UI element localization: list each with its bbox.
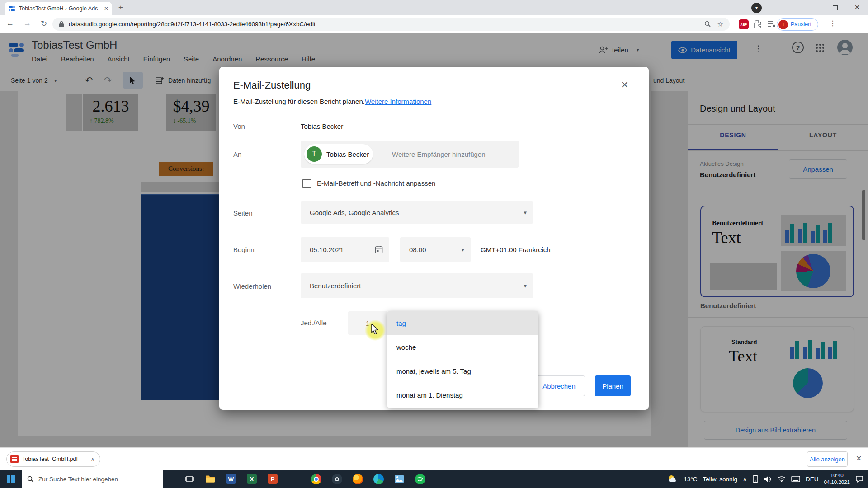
window-restore-button[interactable]: [833, 5, 838, 10]
profile-paused-chip[interactable]: T Pausiert: [777, 18, 818, 31]
tray-chevron-up-icon[interactable]: ∧: [743, 476, 747, 482]
forward-icon[interactable]: →: [24, 19, 31, 28]
start-button[interactable]: [0, 470, 22, 488]
chevron-down-icon: ▾: [524, 209, 527, 216]
file-explorer-icon[interactable]: [200, 470, 221, 488]
photos-icon[interactable]: [389, 470, 410, 488]
search-icon: [27, 476, 34, 483]
url-text: datastudio.google.com/reporting/28cc9d2f…: [69, 21, 698, 28]
timezone-text: GMT+01:00 Frankreich: [481, 246, 551, 253]
new-tab-button[interactable]: +: [118, 3, 123, 12]
wifi-icon[interactable]: [778, 476, 786, 482]
browser-tab-bar: TobiasTest GmbH › Google Ads ✕ + ▾ – ✕: [0, 0, 868, 15]
repeat-label: Wiederholen: [233, 282, 271, 290]
browser-tab[interactable]: TobiasTest GmbH › Google Ads ✕: [5, 2, 112, 15]
cancel-button[interactable]: Abbrechen: [533, 375, 585, 396]
recipients-placeholder: Weitere Empfänger hinzufügen: [392, 150, 486, 158]
weather-temp[interactable]: 13°C: [684, 476, 697, 483]
option-tag[interactable]: tag: [387, 311, 538, 335]
lock-icon: [59, 21, 64, 28]
start-date-field[interactable]: 05.10.2021: [301, 237, 389, 262]
show-all-downloads-button[interactable]: Alle anzeigen: [807, 451, 848, 467]
device-tray-icon[interactable]: [752, 475, 759, 483]
chrome-icon[interactable]: [306, 470, 326, 488]
profile-avatar: T: [778, 20, 788, 29]
repeat-select[interactable]: Benutzerdefiniert ▾: [301, 273, 533, 298]
adblock-extension-icon[interactable]: ABP: [739, 19, 749, 29]
search-placeholder: Zur Suche Text hier eingeben: [38, 476, 118, 483]
from-value: Tobias Becker: [301, 122, 343, 130]
language-indicator[interactable]: DEU: [806, 476, 819, 483]
customize-email-label: E-Mail-Betreff und -Nachricht anpassen: [317, 179, 435, 187]
web-page: TobiasTest GmbH Datei Bearbeiten Ansicht…: [0, 33, 868, 447]
pages-label: Seiten: [233, 209, 253, 217]
windows-taskbar: Zur Suche Text hier eingeben W X P: [0, 470, 868, 488]
tab-close-icon[interactable]: ✕: [104, 5, 108, 12]
dialog-close-icon[interactable]: ✕: [621, 80, 629, 90]
option-monat-tag[interactable]: monat, jeweils am 5. Tag: [387, 359, 538, 383]
to-label: An: [233, 150, 241, 158]
chevron-down-icon: ▾: [524, 282, 527, 289]
task-view-icon[interactable]: [179, 470, 200, 488]
window-minimize-button[interactable]: –: [812, 4, 816, 11]
notification-center-icon[interactable]: [855, 475, 863, 483]
schedule-button[interactable]: Planen: [595, 375, 631, 396]
taskbar-clock[interactable]: 10:40 04.10.2021: [824, 472, 850, 486]
pages-select[interactable]: Google Ads, Google Analytics ▾: [301, 201, 533, 224]
start-time-select[interactable]: 08:00 ▾: [400, 237, 471, 262]
datastudio-favicon: [8, 5, 15, 12]
firefox-icon[interactable]: [347, 470, 368, 488]
interval-unit-dropdown: tag woche monat, jeweils am 5. Tag monat…: [387, 311, 538, 408]
powerpoint-icon[interactable]: P: [262, 470, 283, 488]
mouse-cursor-icon: [370, 324, 380, 334]
option-monat-dienstag[interactable]: monat am 1. Dienstag: [387, 383, 538, 407]
download-item[interactable]: TobiasTest_GmbH.pdf ∧: [6, 451, 100, 467]
learn-more-link[interactable]: Weitere Informationen: [365, 98, 431, 105]
weather-icon[interactable]: [667, 474, 678, 483]
back-icon[interactable]: ←: [6, 19, 14, 28]
downloads-bar: TobiasTest_GmbH.pdf ∧ Alle anzeigen ✕: [0, 447, 868, 470]
recipients-field[interactable]: T Tobias Becker Weitere Empfänger hinzuf…: [301, 141, 519, 168]
window-close-button[interactable]: ✕: [854, 4, 860, 11]
download-caret-icon[interactable]: ∧: [91, 456, 94, 462]
interval-label: Jed./Alle: [301, 319, 327, 327]
dialog-subtitle: E-Mail-Zustellung für diesen Bericht pla…: [233, 98, 431, 105]
spotify-icon[interactable]: [410, 470, 430, 488]
recipient-avatar: T: [307, 146, 322, 162]
recipient-chip[interactable]: T Tobias Becker: [304, 144, 373, 164]
calendar-icon: [375, 245, 383, 254]
edge-icon[interactable]: [368, 470, 389, 488]
pdf-file-icon: [10, 455, 19, 463]
recipient-name: Tobias Becker: [326, 150, 369, 158]
browser-menu-icon[interactable]: ⋮: [829, 19, 836, 28]
taskbar-search[interactable]: Zur Suche Text hier eingeben: [22, 470, 163, 488]
downloads-close-icon[interactable]: ✕: [856, 454, 862, 463]
email-delivery-dialog: E-Mail-Zustellung E-Mail-Zustellung für …: [219, 67, 649, 410]
dialog-title: E-Mail-Zustellung: [233, 80, 311, 91]
clock-date: 04.10.2021: [824, 479, 850, 486]
weather-condition[interactable]: Teilw. sonnig: [703, 476, 738, 483]
address-bar[interactable]: datastudio.google.com/reporting/28cc9d2f…: [52, 18, 730, 31]
customize-email-checkbox[interactable]: [302, 179, 311, 188]
taskbar-tray: 13°C Teilw. sonnig ∧ DEU 10:40 04.10.202…: [667, 472, 868, 486]
windows-logo-icon: [7, 475, 15, 483]
screen: TobiasTest GmbH › Google Ads ✕ + ▾ – ✕ ←…: [0, 0, 868, 488]
option-woche[interactable]: woche: [387, 335, 538, 359]
browser-url-bar: ← → ↻ datastudio.google.com/reporting/28…: [0, 15, 868, 33]
reload-icon[interactable]: ↻: [41, 19, 47, 28]
excel-icon[interactable]: X: [241, 470, 262, 488]
bookmark-star-icon[interactable]: ☆: [717, 20, 723, 28]
start-label: Beginn: [233, 246, 255, 253]
keyboard-icon[interactable]: [791, 476, 800, 482]
chevron-down-icon: ▾: [461, 246, 464, 253]
dark-circle-app-icon[interactable]: [326, 470, 347, 488]
from-label: Von: [233, 122, 245, 130]
zoom-icon[interactable]: [704, 21, 711, 28]
reading-list-icon[interactable]: [767, 21, 775, 28]
word-icon[interactable]: W: [221, 470, 241, 488]
clock-time: 10:40: [824, 472, 850, 479]
extensions-puzzle-icon[interactable]: [753, 20, 762, 28]
browser-profile-icon[interactable]: ▾: [751, 3, 762, 13]
profile-status: Pausiert: [791, 21, 811, 28]
volume-icon[interactable]: [764, 476, 772, 483]
